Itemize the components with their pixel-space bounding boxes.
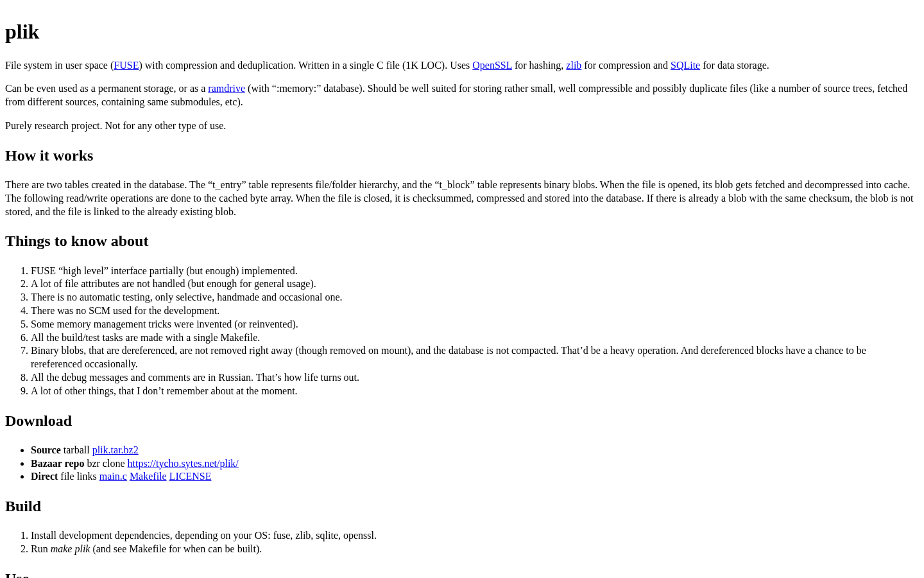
text: for hashing, <box>512 60 566 71</box>
label: Source <box>31 444 61 455</box>
text: file links <box>58 471 99 482</box>
text: tarball <box>61 444 92 455</box>
things-list: FUSE “high level” interface partially (b… <box>5 265 919 398</box>
label: Bazaar repo <box>31 458 84 469</box>
link-openssl[interactable]: OpenSSL <box>472 60 512 71</box>
link-zlib[interactable]: zlib <box>566 60 581 71</box>
list-item: All the build/test tasks are made with a… <box>31 331 919 345</box>
how-it-works-heading: How it works <box>5 146 919 166</box>
link-source-tarball[interactable]: plik.tar.bz2 <box>92 444 139 455</box>
intro-paragraph-1: File system in user space (FUSE) with co… <box>5 59 919 73</box>
list-item: A lot of file attributes are not handled… <box>31 277 919 291</box>
intro-paragraph-3: Purely research project. Not for any oth… <box>5 119 919 133</box>
text: File system in user space ( <box>5 60 114 71</box>
text: ) with compression and deduplication. Wr… <box>139 60 472 71</box>
list-item: Some memory management tricks were inven… <box>31 318 919 331</box>
build-list: Install development dependencies, depend… <box>5 529 919 556</box>
list-item: Source tarball plik.tar.bz2 <box>31 444 919 457</box>
emphasis: make plik <box>51 543 90 554</box>
link-ramdrive[interactable]: ramdrive <box>208 83 245 94</box>
link-makefile[interactable]: Makefile <box>130 471 167 482</box>
use-heading: Use <box>5 569 919 578</box>
text: (and see Makefile for when can be built)… <box>90 543 262 554</box>
list-item: Install development dependencies, depend… <box>31 529 919 543</box>
text: for data storage. <box>700 60 769 71</box>
link-fuse[interactable]: FUSE <box>114 60 139 71</box>
text: Run <box>31 543 51 554</box>
list-item: Direct file links main.c Makefile LICENS… <box>31 470 919 484</box>
list-item: There was no SCM used for the developmen… <box>31 304 919 318</box>
list-item: A lot of other things, that I don’t reme… <box>31 385 919 398</box>
how-it-works-text: There are two tables created in the data… <box>5 179 919 218</box>
things-heading: Things to know about <box>5 231 919 251</box>
link-main-c[interactable]: main.c <box>99 471 127 482</box>
list-item: Run make plik (and see Makefile for when… <box>31 543 919 556</box>
download-list: Source tarball plik.tar.bz2 Bazaar repo … <box>5 444 919 484</box>
list-item: FUSE “high level” interface partially (b… <box>31 265 919 278</box>
page-title: plik <box>5 19 919 46</box>
intro-paragraph-2: Can be even used as a permanent storage,… <box>5 82 919 109</box>
list-item: All the debug messages and comments are … <box>31 371 919 385</box>
build-heading: Build <box>5 496 919 516</box>
text: bzr clone <box>84 458 127 469</box>
link-license[interactable]: LICENSE <box>169 471 212 482</box>
list-item: Bazaar repo bzr clone https://tycho.syte… <box>31 457 919 471</box>
download-heading: Download <box>5 411 919 431</box>
link-sqlite[interactable]: SQLite <box>671 60 700 71</box>
label: Direct <box>31 471 58 482</box>
text: Can be even used as a permanent storage,… <box>5 83 208 94</box>
link-bazaar-repo[interactable]: https://tycho.sytes.net/plik/ <box>127 458 238 469</box>
text: for compression and <box>581 60 671 71</box>
list-item: Binary blobs, that are dereferenced, are… <box>31 344 919 371</box>
list-item: There is no automatic testing, only sele… <box>31 291 919 304</box>
